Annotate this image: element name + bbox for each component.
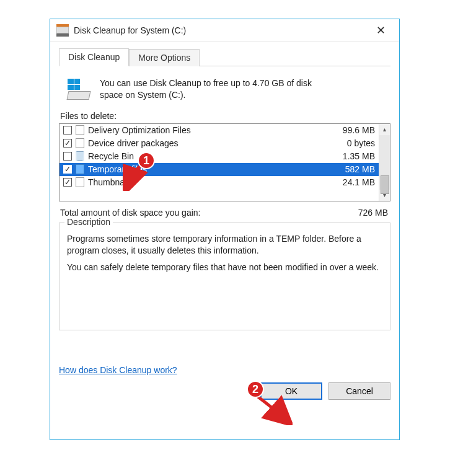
how-does-cleanup-work-link[interactable]: How does Disk Cleanup work? — [59, 365, 177, 375]
close-button[interactable]: ✕ — [368, 24, 393, 37]
list-item[interactable]: Recycle Bin1.35 MB — [60, 150, 379, 163]
scroll-track[interactable] — [379, 135, 390, 190]
list-item[interactable]: ✓Device driver packages0 bytes — [60, 137, 379, 150]
tab-disk-cleanup[interactable]: Disk Cleanup — [59, 48, 129, 66]
item-size: 1.35 MB — [325, 151, 375, 161]
total-label: Total amount of disk space you gain: — [60, 208, 358, 218]
file-icon — [76, 125, 84, 135]
checkbox[interactable]: ✓ — [63, 178, 72, 187]
files-list-rows: Delivery Optimization Files99.6 MB✓Devic… — [60, 124, 379, 201]
list-item[interactable]: ✓Thumbnails24.1 MB — [60, 176, 379, 189]
list-item[interactable]: ✓Temporary files582 MB — [60, 163, 379, 176]
file-icon — [76, 164, 84, 174]
cancel-button[interactable]: Cancel — [328, 382, 390, 400]
scroll-thumb[interactable] — [381, 175, 389, 194]
description-p1: Programs sometimes store temporary infor… — [67, 233, 382, 257]
arrow-2-icon — [255, 394, 293, 425]
checkbox[interactable] — [63, 126, 72, 135]
dialog-window: Disk Cleanup for System (C:) ✕ Disk Clea… — [50, 19, 400, 440]
checkbox[interactable]: ✓ — [63, 139, 72, 148]
item-name: Recycle Bin — [88, 151, 325, 161]
dialog-content: Disk Cleanup More Options You can use Di… — [50, 42, 399, 408]
intro-row: You can use Disk Cleanup to free up to 4… — [59, 71, 390, 110]
description-legend: Description — [64, 217, 113, 227]
dialog-buttons: OK Cancel — [59, 382, 390, 400]
help-link-row: How does Disk Cleanup work? — [59, 365, 390, 375]
callout-1: 1 — [138, 152, 155, 169]
callout-2: 2 — [247, 381, 264, 398]
scrollbar[interactable]: ▴ ▾ — [379, 124, 390, 201]
tab-strip: Disk Cleanup More Options — [59, 48, 390, 66]
list-item[interactable]: Delivery Optimization Files99.6 MB — [60, 124, 379, 137]
drive-icon — [68, 79, 91, 100]
file-icon — [76, 177, 84, 187]
item-size: 0 bytes — [325, 138, 375, 148]
total-value: 726 MB — [358, 208, 388, 218]
item-size: 582 MB — [325, 164, 375, 174]
intro-text: You can use Disk Cleanup to free up to 4… — [100, 77, 335, 101]
window-title: Disk Cleanup for System (C:) — [74, 25, 186, 35]
scroll-up-icon[interactable]: ▴ — [379, 124, 390, 135]
checkbox[interactable] — [63, 152, 72, 161]
disk-cleanup-icon — [56, 24, 69, 37]
files-listbox: Delivery Optimization Files99.6 MB✓Devic… — [59, 123, 390, 201]
checkbox[interactable]: ✓ — [63, 165, 72, 174]
description-group: Description Programs sometimes store tem… — [59, 223, 390, 330]
item-size: 99.6 MB — [325, 125, 375, 135]
item-name: Delivery Optimization Files — [88, 125, 325, 135]
file-icon — [76, 151, 84, 161]
item-name: Device driver packages — [88, 138, 325, 148]
item-size: 24.1 MB — [325, 177, 375, 187]
tab-more-options[interactable]: More Options — [129, 49, 200, 66]
titlebar: Disk Cleanup for System (C:) ✕ — [50, 19, 399, 42]
file-icon — [76, 138, 84, 148]
files-to-delete-label: Files to delete: — [60, 111, 390, 121]
description-p2: You can safely delete temporary files th… — [67, 262, 382, 273]
